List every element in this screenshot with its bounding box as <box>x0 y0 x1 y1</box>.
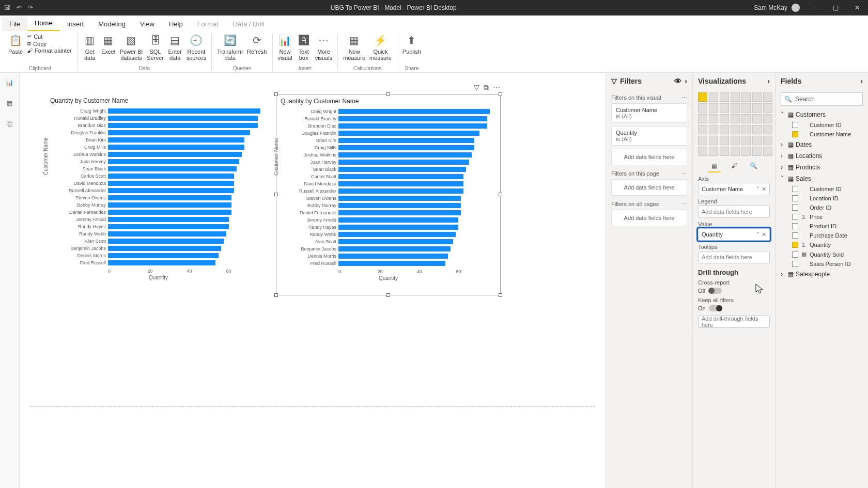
bar[interactable] <box>108 231 226 237</box>
new-measure-button[interactable]: ▦New measure <box>343 33 365 61</box>
eye-icon[interactable]: 👁 <box>674 77 681 85</box>
viz-type-icon[interactable] <box>720 103 729 113</box>
tab-insert[interactable]: Insert <box>60 17 91 31</box>
refresh-button[interactable]: ⟳Refresh <box>247 33 267 55</box>
bar[interactable] <box>108 166 237 171</box>
viz-type-icon[interactable] <box>752 147 762 156</box>
fields-search[interactable]: 🔍 Search <box>781 92 863 106</box>
viz-type-icon[interactable] <box>731 147 740 156</box>
undo-icon[interactable]: ↶ <box>17 4 22 11</box>
bar[interactable] <box>338 123 487 129</box>
viz-type-icon[interactable] <box>741 92 751 102</box>
field-node[interactable]: Purchase Date <box>781 231 863 240</box>
tab-modeling[interactable]: Modeling <box>91 17 133 31</box>
viz-type-icon[interactable] <box>698 92 707 102</box>
checkbox[interactable] <box>792 261 798 267</box>
bar[interactable] <box>108 108 260 114</box>
focus-icon[interactable]: ⧉ <box>484 83 489 92</box>
more-icon[interactable]: ⋯ <box>681 95 687 101</box>
viz-type-icon[interactable] <box>698 136 707 145</box>
field-node[interactable]: Customer Name <box>781 130 863 139</box>
bar[interactable] <box>338 145 474 150</box>
format-mode-icon[interactable]: 🖌 <box>728 160 740 172</box>
viz-type-icon[interactable] <box>741 125 751 134</box>
viz-type-icon[interactable] <box>709 147 718 156</box>
viz-type-icon[interactable] <box>763 92 772 102</box>
fields-mode-icon[interactable]: ▦ <box>708 160 721 172</box>
checkbox[interactable] <box>792 204 798 211</box>
checkbox[interactable] <box>792 122 798 128</box>
viz-type-icon[interactable] <box>752 114 762 123</box>
viz-type-icon[interactable] <box>709 125 718 134</box>
excel-button[interactable]: ▦Excel <box>101 33 116 55</box>
bar[interactable] <box>108 152 242 157</box>
viz-type-icon[interactable] <box>709 114 718 123</box>
bar[interactable] <box>108 210 231 215</box>
more-visuals-button[interactable]: ⋯More visuals <box>315 33 333 61</box>
checkbox[interactable] <box>792 195 798 201</box>
close-button[interactable]: ✕ <box>846 0 868 15</box>
transform-data-button[interactable]: 🔄Transform data <box>217 33 243 61</box>
checkbox[interactable] <box>792 242 798 248</box>
bar[interactable] <box>108 174 234 179</box>
bar[interactable] <box>338 116 487 121</box>
filter-icon[interactable]: ▽ <box>474 83 479 92</box>
recent-sources-button[interactable]: 🕘Recent sources <box>187 33 207 61</box>
model-view-icon[interactable]: ⿻ <box>4 118 16 130</box>
checkbox[interactable] <box>792 186 798 192</box>
viz-type-icon[interactable] <box>720 147 729 156</box>
table-node[interactable]: ›▦Locations <box>781 150 863 162</box>
table-node[interactable]: ˅▦Customers <box>781 109 863 120</box>
filter-drop-visual[interactable]: Add data fields here <box>611 149 687 165</box>
bar-chart-visual-2[interactable]: ▽ ⧉ ⋯ Quantity by Customer Name Customer… <box>276 94 501 295</box>
tooltips-well[interactable]: Add data fields here <box>698 251 770 263</box>
tab-format[interactable]: Format <box>190 17 226 31</box>
bar[interactable] <box>338 225 458 230</box>
bar[interactable] <box>108 202 231 208</box>
pbi-datasets-button[interactable]: ▧Power BI datasets <box>120 33 143 61</box>
bar[interactable] <box>108 253 219 258</box>
tab-file[interactable]: File <box>2 17 27 31</box>
viz-type-icon[interactable] <box>720 114 729 123</box>
viz-type-icon[interactable] <box>698 125 707 134</box>
field-node[interactable]: ΣQuantity <box>781 240 863 249</box>
filter-drop-all[interactable]: Add data fields here <box>611 210 687 226</box>
bar[interactable] <box>108 137 244 143</box>
bar[interactable] <box>108 130 250 135</box>
field-node[interactable]: Location ID <box>781 194 863 203</box>
new-visual-button[interactable]: 📊New visual <box>278 33 292 61</box>
checkbox[interactable] <box>792 223 798 229</box>
format-painter-button[interactable]: 🖌 Format painter <box>27 48 72 54</box>
viz-type-icon[interactable] <box>731 136 740 145</box>
keep-filters-toggle[interactable] <box>709 305 722 311</box>
bar[interactable] <box>338 167 466 172</box>
viz-type-icon[interactable] <box>763 114 772 123</box>
viz-type-icon[interactable] <box>752 103 762 113</box>
field-node[interactable]: Order ID <box>781 203 863 212</box>
viz-type-icon[interactable] <box>731 103 740 113</box>
filter-card[interactable]: Customer Name is (All) <box>611 103 687 123</box>
bar[interactable] <box>108 181 234 186</box>
report-canvas[interactable]: Quantity by Customer Name Customer Name … <box>20 73 606 488</box>
field-node[interactable]: ▦Quantity Sold <box>781 249 863 259</box>
user-avatar[interactable] <box>792 4 800 12</box>
viz-type-icon[interactable] <box>698 114 707 123</box>
field-node[interactable]: Product ID <box>781 222 863 231</box>
viz-type-icon[interactable] <box>763 136 772 145</box>
text-box-button[interactable]: 🅰Text box <box>297 33 311 61</box>
minimize-button[interactable]: — <box>803 0 825 15</box>
viz-type-icon[interactable] <box>741 136 751 145</box>
legend-well[interactable]: Add data fields here <box>698 206 770 218</box>
bar[interactable] <box>338 181 463 186</box>
bar[interactable] <box>108 159 239 164</box>
table-node[interactable]: ›▦Salespeople <box>781 269 863 280</box>
bar[interactable] <box>108 195 231 200</box>
tab-help[interactable]: Help <box>162 17 190 31</box>
bar[interactable] <box>108 123 258 128</box>
table-node[interactable]: ›▦Dates <box>781 139 863 150</box>
viz-type-icon[interactable] <box>720 125 729 134</box>
tab-view[interactable]: View <box>133 17 162 31</box>
viz-type-icon[interactable] <box>709 136 718 145</box>
bar[interactable] <box>108 116 258 121</box>
field-node[interactable]: Customer ID <box>781 184 863 194</box>
